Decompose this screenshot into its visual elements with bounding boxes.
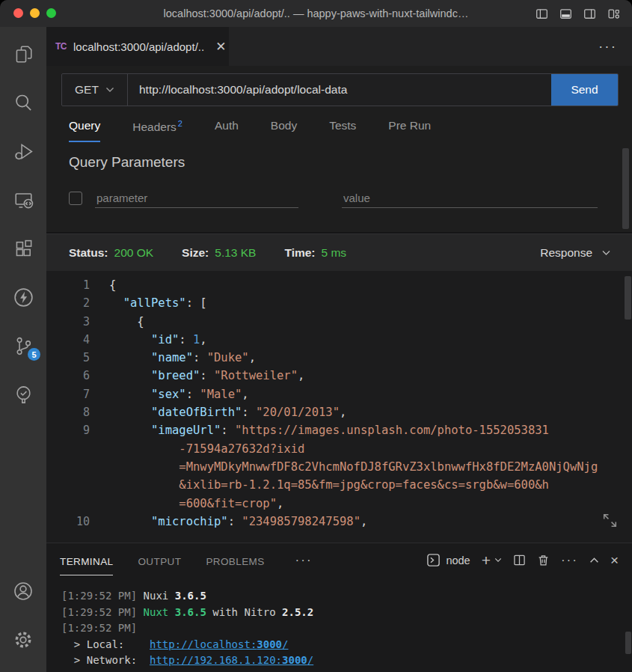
new-terminal-button[interactable]: + [482, 552, 502, 568]
line-number: 1 [46, 276, 90, 294]
sidebar-item-account[interactable] [0, 575, 46, 608]
code-row: 1{ [46, 276, 632, 294]
line-number: 7 [46, 385, 90, 403]
code-line: { [109, 313, 144, 331]
customize-layout-icon[interactable] [607, 7, 620, 20]
settings-gear-icon [12, 629, 34, 651]
sidebar-item-source-control[interactable]: 5 [0, 329, 46, 362]
maximize-panel-chevron-up-icon[interactable] [589, 557, 599, 563]
request-tab-query[interactable]: Query [69, 119, 100, 142]
sidebar-item-extensions[interactable] [0, 232, 46, 265]
code-row: -71594a27632d?ixid [46, 440, 632, 458]
response-view-dropdown[interactable]: Response [540, 246, 611, 260]
toggle-panel-icon[interactable] [559, 7, 572, 20]
parameter-input[interactable] [95, 189, 298, 208]
line-number [46, 440, 90, 458]
status-value: 200 OK [114, 246, 154, 260]
terminal-panel: TERMINALOUTPUTPROBLEMS ··· node + [46, 543, 632, 672]
line-number: 2 [46, 294, 90, 312]
terminal-link[interactable]: http://localhost: [150, 638, 257, 650]
terminal-link[interactable]: http://192.168.1.120: [150, 654, 282, 666]
request-tabs: QueryHeaders2AuthBodyTestsPre Run [46, 106, 632, 142]
terminal-shell-selector[interactable]: node [426, 553, 470, 567]
code-line: "allPets": [ [109, 294, 207, 312]
terminal-link[interactable]: / [307, 654, 313, 666]
sidebar-item-todo-tree[interactable] [0, 378, 46, 411]
plus-icon: + [482, 552, 491, 568]
terminal-header: TERMINALOUTPUTPROBLEMS ··· node + [46, 543, 632, 577]
code-line: "sex": "Male", [109, 385, 249, 403]
status-label: Status: [69, 246, 108, 260]
thunder-client-icon [12, 286, 35, 309]
terminal-line: > Local: http://localhost:3000/ [61, 637, 632, 653]
method-dropdown[interactable]: GET [62, 74, 128, 106]
sidebar-item-run-debug[interactable] [0, 135, 46, 168]
panel-more-icon[interactable]: ··· [295, 553, 313, 568]
run-debug-icon [13, 141, 34, 162]
zoom-window-button[interactable] [46, 8, 56, 18]
window-title: localhost:3000/api/adopt/.. — happy-paws… [164, 7, 469, 19]
traffic-lights [13, 8, 56, 18]
close-window-button[interactable] [13, 8, 23, 18]
sidebar-item-thunder-client[interactable] [0, 281, 46, 314]
value-input[interactable] [342, 189, 598, 208]
code-line: "breed": "Rottweiler", [109, 367, 304, 385]
request-pane-scrollbar[interactable] [622, 148, 629, 229]
kill-terminal-trash-icon[interactable] [537, 554, 550, 566]
tab-close-icon[interactable]: ✕ [215, 40, 226, 53]
explorer-files-icon [13, 43, 34, 65]
panel-tab-problems[interactable]: PROBLEMS [206, 546, 264, 575]
code-row: 7 "sex": "Male", [46, 385, 632, 403]
terminal-link[interactable]: 3000 [257, 638, 282, 650]
sidebar-item-remote-explorer[interactable] [0, 183, 46, 216]
line-number: 9 [46, 421, 90, 439]
request-tab-auth[interactable]: Auth [215, 119, 239, 142]
thunder-client-tab-icon: TC [55, 41, 67, 52]
line-number [46, 476, 90, 494]
query-parameters-title: Query Parameters [69, 154, 610, 171]
code-row: 5 "name": "Duke", [46, 349, 632, 367]
code-line: "dateOfBirth": "20/01/2013", [109, 403, 346, 421]
extensions-icon [13, 238, 34, 260]
response-body: 1{2 "allPets": [3 {4 "id": 1,5 "name": "… [46, 271, 632, 543]
sidebar-item-search[interactable] [0, 86, 46, 119]
panel-tab-output[interactable]: OUTPUT [138, 546, 181, 575]
send-button[interactable]: Send [551, 74, 618, 106]
terminal-link[interactable]: / [282, 638, 288, 650]
editor-actions-more-icon[interactable]: ··· [598, 27, 632, 66]
line-number [46, 495, 90, 513]
terminal-line: > Network: http://192.168.1.120:3000/ [61, 653, 632, 669]
toggle-primary-sidebar-icon[interactable] [536, 7, 548, 20]
expand-response-icon[interactable] [600, 510, 620, 534]
code-row: 2 "allPets": [ [46, 294, 632, 312]
code-row: 9 "imageUrl": "https://images.unsplash.c… [46, 421, 632, 439]
request-tab-tests[interactable]: Tests [329, 119, 356, 142]
request-tab-headers[interactable]: Headers2 [132, 119, 182, 142]
sidebar-item-settings[interactable] [0, 623, 46, 656]
close-panel-icon[interactable]: × [610, 552, 619, 569]
terminal-scrollbar[interactable] [625, 632, 631, 654]
tree-check-icon [13, 384, 34, 406]
account-icon [12, 580, 34, 602]
terminal-link[interactable]: 3000 [282, 654, 307, 666]
editor-tab-thunder-request[interactable]: TC localhost:3000/api/adopt/.. ✕ [46, 27, 229, 66]
parameter-checkbox[interactable] [69, 192, 82, 205]
panel-tab-terminal[interactable]: TERMINAL [60, 546, 113, 575]
request-tab-pre-run[interactable]: Pre Run [388, 119, 431, 142]
request-tab-body[interactable]: Body [271, 119, 297, 142]
url-input[interactable] [128, 74, 551, 106]
code-row: =600&fit=crop", [46, 495, 632, 513]
sidebar-item-explorer[interactable] [0, 37, 46, 70]
chevron-down-icon [494, 558, 502, 563]
code-line: =MnwyMDkyMnwwfDF8c2VhcmNofDJ8fGRvZ3xlbnw… [109, 458, 598, 476]
code-line: =600&fit=crop", [109, 495, 283, 513]
response-scrollbar[interactable] [625, 276, 631, 320]
activity-bar: 5 [0, 27, 46, 672]
minimize-window-button[interactable] [30, 8, 40, 18]
split-terminal-icon[interactable] [513, 554, 526, 566]
toggle-secondary-sidebar-icon[interactable] [583, 7, 596, 20]
terminal-line: [1:29:52 PM] [61, 620, 632, 637]
terminal-more-icon[interactable]: ··· [561, 553, 578, 568]
line-number [46, 458, 90, 476]
code-line: { [109, 276, 116, 294]
